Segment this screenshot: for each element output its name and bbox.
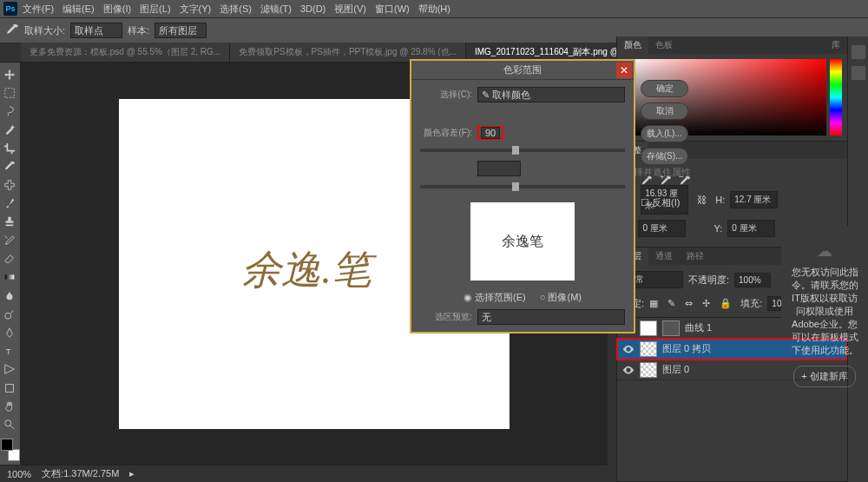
lock-icons[interactable]: ▦ ✎ ⇔ ✢ 🔒 [649,298,735,309]
layer-thumb [640,341,657,357]
ok-button[interactable]: 确定 [641,80,688,97]
library-message: 您无权访问此指令。请联系您的IT版权以获取访问权限或使用 Adobe企业。您可以… [790,266,859,357]
layer-name[interactable]: 图层 0 [662,363,689,376]
zoom-level[interactable]: 100% [7,469,31,479]
eyedropper-icon [5,23,19,37]
dialog-close-button[interactable]: ✕ [616,63,632,78]
annotation-callout-2: 90 [477,126,503,140]
selection-preview-dropdown[interactable]: 无 [477,309,625,325]
color-tab[interactable]: 颜色 [617,36,648,54]
menu-select[interactable]: 选择(S) [216,1,255,17]
selection-preview-label: 选区预览: [420,311,472,323]
menu-type[interactable]: 文字(Y) [176,1,215,17]
color-range-dialog: 色彩范围 ✕ 选择(C): ✎ 取样颜色 检测人脸(D) ☐ 本地化颜色簇(Z)… [410,59,635,333]
adjustment-thumb [662,320,680,336]
range-slider [420,185,625,188]
canvas-signature: 余逸.笔 [241,243,372,297]
status-chevron-icon[interactable]: ▸ [129,468,135,479]
create-library-button[interactable]: + 创建新库 [793,366,855,387]
paths-tab[interactable]: 路径 [680,248,711,265]
svg-text:T: T [6,347,11,356]
height-input[interactable]: 12.7 厘米 [730,191,778,208]
y-input[interactable]: 0 厘米 [727,220,775,237]
select-label: 选择(C): [420,89,472,101]
dodge-tool[interactable] [0,306,19,322]
menu-edit[interactable]: 编辑(E) [59,1,98,17]
layer-name[interactable]: 曲线 1 [685,321,712,334]
blur-tool[interactable] [0,287,19,304]
gradient-tool[interactable] [0,269,19,286]
dialog-preview[interactable]: 余逸笔 [470,202,575,281]
wand-tool[interactable] [0,122,19,138]
x-input[interactable]: 0 厘米 [638,220,686,237]
visibility-icon[interactable] [622,343,635,355]
fuzziness-input[interactable]: 90 [481,127,500,139]
cancel-button[interactable]: 取消 [641,102,688,120]
color-swatches[interactable] [1,439,20,461]
svg-rect-4 [6,384,14,392]
panel-icon[interactable] [852,66,865,80]
menu-layer[interactable]: 图层(L) [136,1,174,17]
eyedropper-tool[interactable] [0,158,19,175]
heal-tool[interactable] [0,176,19,193]
svg-point-2 [5,313,11,319]
menu-view[interactable]: 视图(V) [331,1,370,17]
stamp-tool[interactable] [0,214,19,230]
history-brush-tool[interactable] [0,232,19,248]
eyedropper-add-icon[interactable]: + [660,175,672,188]
visibility-icon[interactable] [622,364,635,376]
load-button[interactable]: 载入(L)... [641,125,688,142]
link-icon[interactable]: ⛓ [697,195,707,205]
opacity-label: 不透明度: [688,274,729,287]
panel-icon[interactable] [852,45,865,59]
move-tool[interactable] [0,66,19,83]
menu-help[interactable]: 帮助(H) [415,1,454,17]
type-tool[interactable]: T [0,343,19,360]
shape-tool[interactable] [0,380,19,396]
eyedropper-sample-icon[interactable] [641,175,653,188]
menu-bar: Ps 文件(F) 编辑(E) 图像(I) 图层(L) 文字(Y) 选择(S) 滤… [0,0,868,17]
layer-name[interactable]: 图层 0 拷贝 [662,342,711,355]
sample-size-select[interactable]: 取样点 [70,23,122,38]
pen-tool[interactable] [0,324,19,340]
hand-tool[interactable] [0,398,19,414]
select-dropdown[interactable]: ✎ 取样颜色 [477,87,625,102]
hue-slider[interactable] [830,59,842,135]
sample-select[interactable]: 所有图层 [155,23,207,38]
dialog-titlebar[interactable]: 色彩范围 ✕ [411,61,634,80]
radio-selection[interactable]: ◉ 选择范围(E) [464,291,526,304]
swatch-tab[interactable]: 色板 [648,36,680,54]
fill-label: 填充: [740,297,762,310]
range-unit: % [526,163,535,174]
path-tool[interactable] [0,361,19,378]
doc-info[interactable]: 文档:1.37M/2.75M [42,467,119,480]
localized-checkbox-label[interactable]: 本地化颜色簇(Z) [500,108,569,121]
fuzziness-label: 颜色容差(F): [420,127,472,139]
channels-tab[interactable]: 通道 [648,248,680,265]
libraries-panel: ☁ 您无权访问此指令。请联系您的IT版权以获取访问权限或使用 Adobe企业。您… [781,226,868,330]
brush-tool[interactable] [0,195,19,212]
eyedropper-subtract-icon[interactable]: − [679,175,691,188]
zoom-tool[interactable] [0,416,19,432]
fuzziness-slider[interactable] [420,149,625,152]
menu-image[interactable]: 图像(I) [100,1,135,17]
invert-checkbox[interactable]: ☐ 反相(I) [641,196,691,209]
marquee-tool[interactable] [0,84,19,101]
menu-filter[interactable]: 滤镜(T) [257,1,295,17]
dialog-title-text: 色彩范围 [503,63,542,76]
crop-tool[interactable] [0,140,19,156]
menu-file[interactable]: 文件(F) [19,1,57,17]
svg-text:−: − [679,175,684,182]
opacity-input[interactable]: 100% [734,273,771,287]
lasso-tool[interactable] [0,102,19,119]
eraser-tool[interactable] [0,250,19,267]
radio-image[interactable]: ○ 图像(M) [540,291,582,304]
menu-3d[interactable]: 3D(D) [297,2,329,16]
lib-tab[interactable]: 库 [825,36,847,54]
dialog-button-column: 确定 取消 载入(L)... 存储(S)... + − ☐ 反相(I) [641,80,691,209]
save-button[interactable]: 存储(S)... [641,148,688,165]
doc-tab-0[interactable]: 更多免费资源：模板.psd @ 55.5%（图层 2, RG... [21,43,230,62]
h-label: H: [715,195,725,205]
menu-window[interactable]: 窗口(W) [372,1,413,17]
toolbox: T [0,63,21,465]
